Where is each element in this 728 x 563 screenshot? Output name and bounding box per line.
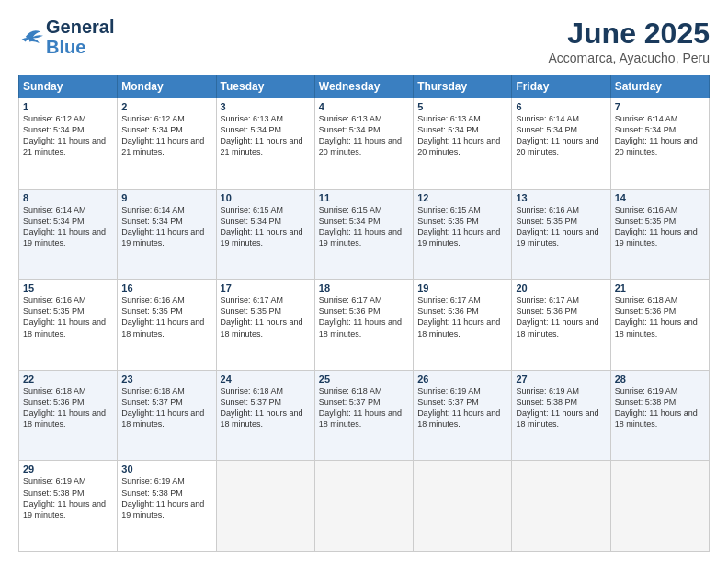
calendar-cell: 6Sunrise: 6:14 AM Sunset: 5:34 PM Daylig… bbox=[512, 98, 610, 190]
day-number: 13 bbox=[516, 192, 606, 203]
day-number: 9 bbox=[121, 192, 211, 203]
day-number: 14 bbox=[615, 192, 705, 203]
cell-info: Sunrise: 6:17 AM Sunset: 5:36 PM Dayligh… bbox=[319, 294, 409, 339]
title-block: June 2025 Accomarca, Ayacucho, Peru bbox=[548, 17, 710, 65]
weekday-header: Thursday bbox=[414, 75, 512, 98]
location-title: Accomarca, Ayacucho, Peru bbox=[548, 51, 710, 65]
day-number: 12 bbox=[417, 192, 507, 203]
weekday-header: Saturday bbox=[610, 75, 709, 98]
calendar-cell: 30Sunrise: 6:19 AM Sunset: 5:38 PM Dayli… bbox=[118, 461, 216, 552]
weekday-header: Wednesday bbox=[314, 75, 413, 98]
day-number: 7 bbox=[615, 101, 705, 112]
calendar-cell: 17Sunrise: 6:17 AM Sunset: 5:35 PM Dayli… bbox=[216, 280, 314, 371]
calendar-week-row: 15Sunrise: 6:16 AM Sunset: 5:35 PM Dayli… bbox=[19, 280, 710, 371]
calendar-cell: 4Sunrise: 6:13 AM Sunset: 5:34 PM Daylig… bbox=[314, 98, 413, 190]
calendar-cell bbox=[414, 461, 512, 552]
cell-info: Sunrise: 6:18 AM Sunset: 5:36 PM Dayligh… bbox=[615, 294, 705, 339]
day-number: 16 bbox=[121, 282, 211, 293]
day-number: 21 bbox=[615, 282, 705, 293]
cell-info: Sunrise: 6:18 AM Sunset: 5:37 PM Dayligh… bbox=[121, 385, 211, 431]
calendar-cell bbox=[610, 461, 709, 552]
calendar-cell: 14Sunrise: 6:16 AM Sunset: 5:35 PM Dayli… bbox=[610, 189, 709, 280]
cell-info: Sunrise: 6:12 AM Sunset: 5:34 PM Dayligh… bbox=[23, 113, 113, 158]
cell-info: Sunrise: 6:17 AM Sunset: 5:36 PM Dayligh… bbox=[417, 294, 507, 339]
weekday-header: Monday bbox=[118, 75, 216, 98]
calendar-cell: 21Sunrise: 6:18 AM Sunset: 5:36 PM Dayli… bbox=[610, 280, 709, 371]
day-number: 27 bbox=[516, 373, 606, 385]
day-number: 3 bbox=[221, 101, 311, 112]
day-number: 28 bbox=[615, 373, 705, 385]
day-number: 26 bbox=[417, 373, 507, 385]
calendar-cell: 16Sunrise: 6:16 AM Sunset: 5:35 PM Dayli… bbox=[118, 280, 216, 371]
calendar-cell: 5Sunrise: 6:13 AM Sunset: 5:34 PM Daylig… bbox=[414, 98, 512, 190]
day-number: 25 bbox=[319, 373, 409, 385]
calendar-cell: 23Sunrise: 6:18 AM Sunset: 5:37 PM Dayli… bbox=[118, 370, 216, 461]
calendar-week-row: 22Sunrise: 6:18 AM Sunset: 5:36 PM Dayli… bbox=[19, 370, 710, 461]
calendar-cell: 18Sunrise: 6:17 AM Sunset: 5:36 PM Dayli… bbox=[314, 280, 413, 371]
day-number: 6 bbox=[516, 101, 606, 112]
day-number: 2 bbox=[121, 101, 211, 112]
month-title: June 2025 bbox=[548, 17, 710, 51]
calendar-week-row: 29Sunrise: 6:19 AM Sunset: 5:38 PM Dayli… bbox=[19, 461, 710, 552]
cell-info: Sunrise: 6:19 AM Sunset: 5:38 PM Dayligh… bbox=[121, 476, 211, 521]
day-number: 22 bbox=[23, 373, 113, 385]
calendar-cell bbox=[314, 461, 413, 552]
day-number: 5 bbox=[417, 101, 507, 112]
logo-icon bbox=[20, 27, 46, 47]
day-number: 4 bbox=[319, 101, 409, 112]
day-number: 23 bbox=[121, 373, 211, 385]
day-number: 11 bbox=[319, 192, 409, 203]
calendar-cell: 12Sunrise: 6:15 AM Sunset: 5:35 PM Dayli… bbox=[414, 189, 512, 280]
calendar-cell: 10Sunrise: 6:15 AM Sunset: 5:34 PM Dayli… bbox=[216, 189, 314, 280]
logo-general-text: General bbox=[46, 17, 114, 37]
cell-info: Sunrise: 6:13 AM Sunset: 5:34 PM Dayligh… bbox=[319, 113, 409, 158]
cell-info: Sunrise: 6:15 AM Sunset: 5:34 PM Dayligh… bbox=[221, 204, 311, 249]
weekday-header: Sunday bbox=[19, 75, 118, 98]
logo-blue-text: Blue bbox=[46, 37, 114, 57]
calendar-cell: 20Sunrise: 6:17 AM Sunset: 5:36 PM Dayli… bbox=[512, 280, 610, 371]
calendar-cell: 24Sunrise: 6:18 AM Sunset: 5:37 PM Dayli… bbox=[216, 370, 314, 461]
weekday-header: Tuesday bbox=[216, 75, 314, 98]
cell-info: Sunrise: 6:13 AM Sunset: 5:34 PM Dayligh… bbox=[417, 113, 507, 158]
calendar-cell: 8Sunrise: 6:14 AM Sunset: 5:34 PM Daylig… bbox=[19, 189, 118, 280]
day-number: 1 bbox=[23, 101, 113, 112]
calendar-table: SundayMondayTuesdayWednesdayThursdayFrid… bbox=[18, 75, 710, 552]
calendar-page: General Blue June 2025 Accomarca, Ayacuc… bbox=[0, 0, 728, 563]
cell-info: Sunrise: 6:17 AM Sunset: 5:36 PM Dayligh… bbox=[516, 294, 606, 339]
day-number: 24 bbox=[221, 373, 311, 385]
day-number: 10 bbox=[221, 192, 311, 203]
calendar-cell: 26Sunrise: 6:19 AM Sunset: 5:37 PM Dayli… bbox=[414, 370, 512, 461]
calendar-cell: 13Sunrise: 6:16 AM Sunset: 5:35 PM Dayli… bbox=[512, 189, 610, 280]
weekday-header: Friday bbox=[512, 75, 610, 98]
cell-info: Sunrise: 6:17 AM Sunset: 5:35 PM Dayligh… bbox=[221, 294, 311, 339]
calendar-cell: 27Sunrise: 6:19 AM Sunset: 5:38 PM Dayli… bbox=[512, 370, 610, 461]
cell-info: Sunrise: 6:15 AM Sunset: 5:34 PM Dayligh… bbox=[319, 204, 409, 249]
calendar-cell: 3Sunrise: 6:13 AM Sunset: 5:34 PM Daylig… bbox=[216, 98, 314, 190]
cell-info: Sunrise: 6:15 AM Sunset: 5:35 PM Dayligh… bbox=[417, 204, 507, 249]
calendar-cell bbox=[216, 461, 314, 552]
calendar-cell bbox=[512, 461, 610, 552]
calendar-cell: 29Sunrise: 6:19 AM Sunset: 5:38 PM Dayli… bbox=[19, 461, 118, 552]
cell-info: Sunrise: 6:19 AM Sunset: 5:38 PM Dayligh… bbox=[516, 385, 606, 431]
calendar-cell: 1Sunrise: 6:12 AM Sunset: 5:34 PM Daylig… bbox=[19, 98, 118, 190]
calendar-header-row: SundayMondayTuesdayWednesdayThursdayFrid… bbox=[19, 75, 710, 98]
calendar-cell: 11Sunrise: 6:15 AM Sunset: 5:34 PM Dayli… bbox=[314, 189, 413, 280]
cell-info: Sunrise: 6:14 AM Sunset: 5:34 PM Dayligh… bbox=[516, 113, 606, 158]
day-number: 20 bbox=[516, 282, 606, 293]
calendar-cell: 19Sunrise: 6:17 AM Sunset: 5:36 PM Dayli… bbox=[414, 280, 512, 371]
day-number: 17 bbox=[221, 282, 311, 293]
cell-info: Sunrise: 6:13 AM Sunset: 5:34 PM Dayligh… bbox=[221, 113, 311, 158]
day-number: 30 bbox=[121, 464, 211, 475]
calendar-cell: 25Sunrise: 6:18 AM Sunset: 5:37 PM Dayli… bbox=[314, 370, 413, 461]
calendar-cell: 15Sunrise: 6:16 AM Sunset: 5:35 PM Dayli… bbox=[19, 280, 118, 371]
day-number: 18 bbox=[319, 282, 409, 293]
cell-info: Sunrise: 6:16 AM Sunset: 5:35 PM Dayligh… bbox=[615, 204, 705, 249]
cell-info: Sunrise: 6:18 AM Sunset: 5:37 PM Dayligh… bbox=[319, 385, 409, 431]
calendar-cell: 7Sunrise: 6:14 AM Sunset: 5:34 PM Daylig… bbox=[610, 98, 709, 190]
cell-info: Sunrise: 6:14 AM Sunset: 5:34 PM Dayligh… bbox=[615, 113, 705, 158]
header: General Blue June 2025 Accomarca, Ayacuc… bbox=[18, 17, 710, 65]
cell-info: Sunrise: 6:19 AM Sunset: 5:37 PM Dayligh… bbox=[417, 385, 507, 431]
day-number: 19 bbox=[417, 282, 507, 293]
cell-info: Sunrise: 6:14 AM Sunset: 5:34 PM Dayligh… bbox=[121, 204, 211, 249]
cell-info: Sunrise: 6:16 AM Sunset: 5:35 PM Dayligh… bbox=[121, 294, 211, 339]
